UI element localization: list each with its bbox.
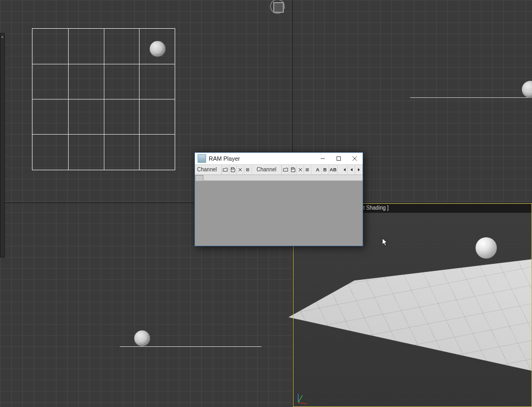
viewcube[interactable] <box>267 0 288 17</box>
playback-slider-thumb[interactable] <box>195 175 203 181</box>
svg-rect-0 <box>337 157 341 161</box>
channel-a-open-button[interactable] <box>222 165 230 175</box>
dialog-titlebar[interactable]: RAM Player <box>195 153 363 165</box>
axis-tripod <box>296 389 312 405</box>
channel-b-save-button[interactable] <box>289 165 297 175</box>
dialog-toolbar: Channel A: Channel B: <box>195 165 363 175</box>
plane-gridline <box>104 29 104 170</box>
ram-player-canvas <box>195 181 363 246</box>
ground-shading <box>282 246 532 407</box>
ram-player-dialog[interactable]: RAM Player Channel A: <box>194 152 363 246</box>
front-view-plane-edge[interactable] <box>410 97 532 98</box>
channel-a-save-button[interactable] <box>230 165 237 175</box>
channel-a-options-button[interactable] <box>244 165 252 175</box>
axis-x-icon <box>298 402 307 404</box>
viewcube-face-icon <box>273 2 284 13</box>
playback-play-button[interactable] <box>355 165 363 175</box>
perspective-sphere[interactable] <box>476 237 497 259</box>
channel-a-close-button[interactable] <box>237 165 244 175</box>
left-view-plane-edge[interactable] <box>120 346 261 347</box>
show-channel-b-button[interactable]: B <box>322 165 329 175</box>
mouse-cursor-icon <box>382 238 388 247</box>
viewport-label-text: t Shading ] <box>363 205 389 211</box>
show-channel-a-button[interactable]: A <box>314 165 322 175</box>
perspective-ground-plane[interactable] <box>282 246 532 407</box>
channel-b-label: Channel B: <box>255 165 282 175</box>
axis-y-icon <box>298 395 303 402</box>
plane-gridline <box>139 29 140 170</box>
dialog-app-icon <box>198 154 206 163</box>
left-view-sphere[interactable] <box>134 330 150 346</box>
show-channel-ab-button[interactable]: AB <box>329 165 338 175</box>
flyout-close-glyph: × <box>1 35 4 39</box>
playback-slider[interactable] <box>195 175 363 181</box>
left-flyout-panel[interactable]: × <box>0 33 5 258</box>
channel-b-options-button[interactable] <box>304 165 312 175</box>
channel-b-open-button[interactable] <box>282 165 289 175</box>
top-view-sphere[interactable] <box>150 41 166 57</box>
window-close-button[interactable] <box>347 153 363 164</box>
playback-first-frame-button[interactable] <box>340 165 348 175</box>
app-stage: × t Shading ] <box>0 0 532 407</box>
playback-prev-frame-button[interactable] <box>348 165 355 175</box>
window-minimize-button[interactable] <box>315 153 331 164</box>
channel-a-label: Channel A: <box>195 165 222 175</box>
window-maximize-button[interactable] <box>331 153 347 164</box>
plane-gridline <box>68 29 69 170</box>
channel-b-close-button[interactable] <box>297 165 304 175</box>
dialog-title-text: RAM Player <box>209 155 315 162</box>
